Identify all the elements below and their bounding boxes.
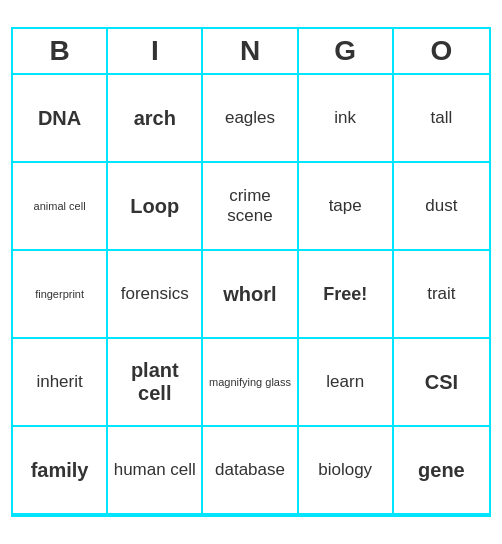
bingo-card: BINGO DNAarcheaglesinktallanimal cellLoo…	[11, 27, 491, 517]
bingo-cell: forensics	[108, 251, 203, 339]
bingo-cell: inherit	[13, 339, 108, 427]
bingo-cell: Loop	[108, 163, 203, 251]
bingo-cell: DNA	[13, 75, 108, 163]
bingo-header: BINGO	[13, 29, 489, 75]
bingo-grid: DNAarcheaglesinktallanimal cellLoopcrime…	[13, 75, 489, 515]
bingo-cell: animal cell	[13, 163, 108, 251]
bingo-cell: eagles	[203, 75, 298, 163]
bingo-header-letter: B	[13, 29, 108, 73]
bingo-header-letter: N	[203, 29, 298, 73]
bingo-cell: dust	[394, 163, 489, 251]
bingo-cell: fingerprint	[13, 251, 108, 339]
bingo-cell: tape	[299, 163, 394, 251]
bingo-cell: magnifying glass	[203, 339, 298, 427]
bingo-cell: CSI	[394, 339, 489, 427]
bingo-cell: learn	[299, 339, 394, 427]
bingo-cell: arch	[108, 75, 203, 163]
bingo-cell: biology	[299, 427, 394, 515]
bingo-header-letter: O	[394, 29, 489, 73]
bingo-cell: crime scene	[203, 163, 298, 251]
bingo-cell: human cell	[108, 427, 203, 515]
bingo-cell: family	[13, 427, 108, 515]
bingo-cell: plant cell	[108, 339, 203, 427]
bingo-cell: whorl	[203, 251, 298, 339]
bingo-header-letter: G	[299, 29, 394, 73]
bingo-header-letter: I	[108, 29, 203, 73]
bingo-cell: gene	[394, 427, 489, 515]
bingo-cell: Free!	[299, 251, 394, 339]
bingo-cell: ink	[299, 75, 394, 163]
bingo-cell: tall	[394, 75, 489, 163]
bingo-cell: trait	[394, 251, 489, 339]
bingo-cell: database	[203, 427, 298, 515]
